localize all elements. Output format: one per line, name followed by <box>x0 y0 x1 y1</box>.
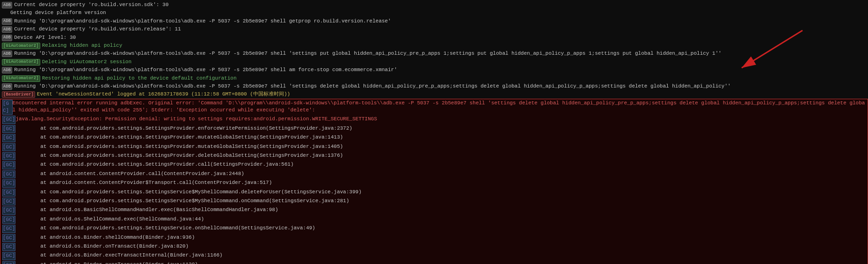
badge-gc: [GC] <box>2 225 15 233</box>
error-text: java.lang.SecurityException: Permission … <box>15 116 377 123</box>
error-text: at android.os.Binder.shellCommand(Binder… <box>15 234 195 241</box>
error-block: [GC] Encountered internal error running … <box>0 99 868 264</box>
error-line: [GC] at com.android.providers.settings.S… <box>0 224 868 233</box>
log-text: Deleting UiAutomator2 session <box>42 59 131 66</box>
terminal-window: ADB Current device property 'ro.build.ve… <box>0 0 868 264</box>
error-text: Encountered internal error running adbEx… <box>13 100 866 114</box>
badge-gc: [GC] <box>2 161 15 169</box>
error-text: at com.android.providers.settings.Settin… <box>15 161 293 168</box>
log-line: ADB Device API level: 30 <box>0 34 868 42</box>
error-text: at com.android.providers.settings.Settin… <box>15 225 315 232</box>
error-line: [GC] at android.os.Binder.execTransactIn… <box>0 251 868 260</box>
log-line: [UiAutomator2] Restoring hidden api poli… <box>0 74 868 82</box>
badge-gc: [GC] <box>2 243 15 251</box>
error-text: at android.os.Binder.execTransact(Binder… <box>15 261 197 264</box>
error-text: at com.android.providers.settings.Settin… <box>15 134 343 141</box>
log-line: [BaseDriver] Event 'newSessionStarted' l… <box>0 90 868 98</box>
error-line: [GC] at android.os.Binder.execTransact(B… <box>0 261 868 264</box>
badge-gc: [GC] <box>2 170 15 178</box>
badge-adb: ADB <box>2 51 12 57</box>
log-text: Running 'D:\program\android-sdk-windows\… <box>14 83 730 90</box>
badge-gc: [GC] <box>2 206 15 214</box>
log-text: Current device property 'ro.build.versio… <box>14 1 168 8</box>
error-text: at android.content.ContentProvider$Trans… <box>15 179 272 186</box>
badge-gc: [GC] <box>2 143 15 151</box>
error-line: [GC] at com.android.providers.settings.S… <box>0 188 868 197</box>
error-line: [GC] at com.android.providers.settings.S… <box>0 125 868 133</box>
error-line: [GC] at android.content.ContentProvider.… <box>0 170 868 179</box>
badge-adb: ADB <box>2 2 12 8</box>
log-line: ADB Running 'D:\program\android-sdk-wind… <box>0 82 868 90</box>
error-text: at android.os.BasicShellCommandHandler.e… <box>15 206 278 213</box>
error-text: at com.android.providers.settings.Settin… <box>15 198 349 205</box>
log-text: Current device property 'ro.build.versio… <box>14 26 181 33</box>
badge-adb: ADB <box>2 18 12 25</box>
badge-adb: ADB <box>2 35 12 41</box>
badge-gc: [GC] <box>2 216 15 224</box>
error-line: [GC] at android.os.ShellCommand.exec(She… <box>0 215 868 224</box>
log-text: Relaxing hidden api policy <box>42 42 123 49</box>
badge-ui: [UiAutomator2] <box>2 75 40 82</box>
log-line: [UiAutomator2] Relaxing hidden api polic… <box>0 42 868 50</box>
badge-adb: ADB <box>2 26 12 33</box>
badge-adb: ADB <box>2 67 12 73</box>
badge-empty <box>2 10 8 16</box>
error-line: [GC] at android.os.Binder.onTransact(Bin… <box>0 242 868 251</box>
badge-gc: [GC] <box>2 152 15 160</box>
error-line: [GC] Encountered internal error running … <box>0 99 868 116</box>
log-text: Restoring hidden api policy to the devic… <box>42 75 237 82</box>
log-text: Getting device platform version <box>10 9 106 16</box>
error-line: [GC] at android.os.BasicShellCommandHand… <box>0 206 868 215</box>
error-line: [GC] at com.android.providers.settings.S… <box>0 197 868 206</box>
badge-gc: [GC] <box>2 234 15 242</box>
log-text: Running 'D:\program\android-sdk-windows\… <box>14 50 722 57</box>
error-line: [GC] at com.android.providers.settings.S… <box>0 133 868 142</box>
badge-gc: [GC] <box>2 252 15 260</box>
error-text: at com.android.providers.settings.Settin… <box>15 125 352 132</box>
error-text: at com.android.providers.settings.Settin… <box>15 189 361 196</box>
log-text: Running 'D:\program\android-sdk-windows\… <box>14 66 397 73</box>
badge-adb: ADB <box>2 83 12 90</box>
log-line: ADB Current device property 'ro.build.ve… <box>0 25 868 33</box>
error-text: at android.os.Binder.onTransact(Binder.j… <box>15 243 189 250</box>
log-text: Device API level: 30 <box>14 34 76 41</box>
log-text: Event 'newSessionStarted' logged at 1626… <box>37 91 290 98</box>
error-line: [GC] at android.os.Binder.shellCommand(B… <box>0 234 868 242</box>
badge-gc: [GC] <box>2 261 15 264</box>
error-line: [GC] java.lang.SecurityException: Permis… <box>0 115 868 124</box>
badge-gc: [GC] <box>2 189 15 197</box>
error-text: at android.os.ShellCommand.exec(ShellCom… <box>15 216 204 223</box>
badge-base: [BaseDriver] <box>2 91 35 98</box>
badge-ui: [UiAutomator2] <box>2 59 40 66</box>
log-line: ADB Running 'D:\program\android-sdk-wind… <box>0 17 868 25</box>
log-text: Running 'D:\program\android-sdk-windows\… <box>14 18 391 25</box>
error-text: at android.os.Binder.execTransactInterna… <box>15 252 222 259</box>
badge-gc: [GC] <box>2 100 13 115</box>
badge-gc: [GC] <box>2 116 15 124</box>
log-line: [UiAutomator2] Deleting UiAutomator2 ses… <box>0 58 868 66</box>
badge-gc: [GC] <box>2 198 15 205</box>
badge-gc: [GC] <box>2 125 15 133</box>
error-text: at android.content.ContentProvider.call(… <box>15 170 244 177</box>
error-line: [GC] at com.android.providers.settings.S… <box>0 161 868 169</box>
error-text: at com.android.providers.settings.Settin… <box>15 152 343 159</box>
error-line: [GC] at com.android.providers.settings.S… <box>0 143 868 152</box>
badge-ui: [UiAutomator2] <box>2 43 40 49</box>
log-lines-normal: ADB Current device property 'ro.build.ve… <box>0 1 868 99</box>
log-line: Getting device platform version <box>0 9 868 17</box>
log-line: ADB Running 'D:\program\android-sdk-wind… <box>0 66 868 74</box>
badge-gc: [GC] <box>2 134 15 142</box>
badge-gc: [GC] <box>2 179 15 187</box>
error-line: [GC] at android.content.ContentProvider$… <box>0 179 868 188</box>
log-line: ADB Running 'D:\program\android-sdk-wind… <box>0 50 868 58</box>
log-line: ADB Current device property 'ro.build.ve… <box>0 1 868 9</box>
error-line: [GC] at com.android.providers.settings.S… <box>0 152 868 161</box>
error-text: at com.android.providers.settings.Settin… <box>15 143 343 150</box>
